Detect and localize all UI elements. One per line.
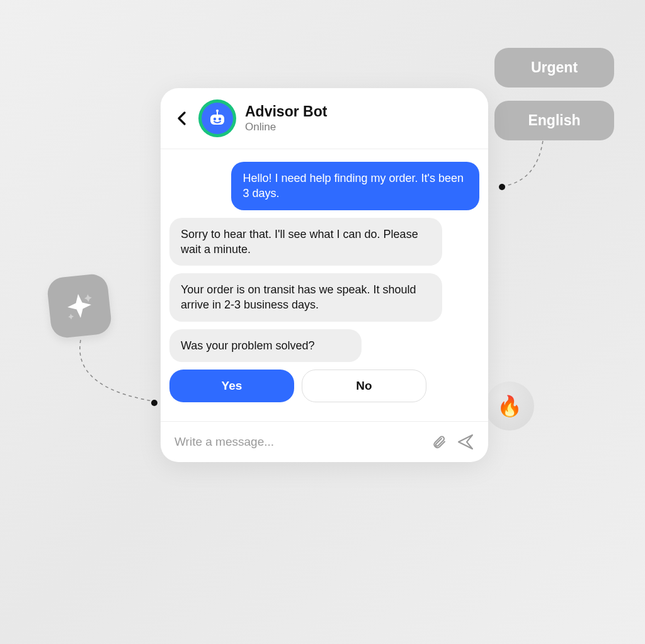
connector-dot-right bbox=[499, 184, 505, 190]
chat-body: Hello! I need help finding my order. It'… bbox=[161, 149, 488, 421]
no-button[interactable]: No bbox=[302, 370, 426, 402]
sparkle-badge bbox=[46, 273, 113, 339]
connector-left bbox=[76, 337, 157, 406]
robot-icon bbox=[207, 108, 227, 128]
chat-window: Advisor Bot Online Hello! I need help fi… bbox=[161, 88, 488, 462]
tag-english[interactable]: English bbox=[494, 101, 614, 140]
chat-input-row bbox=[161, 421, 488, 462]
send-icon bbox=[457, 434, 474, 450]
attach-button[interactable] bbox=[430, 433, 448, 451]
connector-dot-left bbox=[151, 400, 157, 406]
message-bot: Was your problem solved? bbox=[169, 329, 362, 362]
bot-avatar bbox=[198, 99, 236, 137]
message-bot: Sorry to hear that. I'll see what I can … bbox=[169, 218, 442, 266]
fire-badge: 🔥 bbox=[485, 381, 534, 431]
tag-urgent[interactable]: Urgent bbox=[494, 48, 614, 88]
connector-right bbox=[499, 137, 549, 188]
message-user: Hello! I need help finding my order. It'… bbox=[231, 162, 479, 210]
yes-button[interactable]: Yes bbox=[169, 370, 294, 402]
message-input[interactable] bbox=[174, 435, 421, 449]
svg-point-4 bbox=[219, 118, 221, 120]
send-button[interactable] bbox=[457, 433, 474, 451]
bot-name: Advisor Bot bbox=[245, 103, 327, 121]
back-button[interactable] bbox=[174, 111, 190, 126]
svg-point-3 bbox=[214, 118, 216, 120]
chat-header: Advisor Bot Online bbox=[161, 88, 488, 149]
sparkle-icon bbox=[62, 289, 97, 324]
fire-icon: 🔥 bbox=[497, 394, 522, 418]
message-bot: Your order is on transit has we speak. I… bbox=[169, 273, 442, 322]
svg-point-0 bbox=[216, 110, 219, 112]
paperclip-icon bbox=[431, 434, 447, 449]
quick-replies: Yes No bbox=[169, 370, 479, 402]
chevron-left-icon bbox=[177, 111, 187, 125]
bot-status: Online bbox=[245, 121, 327, 133]
